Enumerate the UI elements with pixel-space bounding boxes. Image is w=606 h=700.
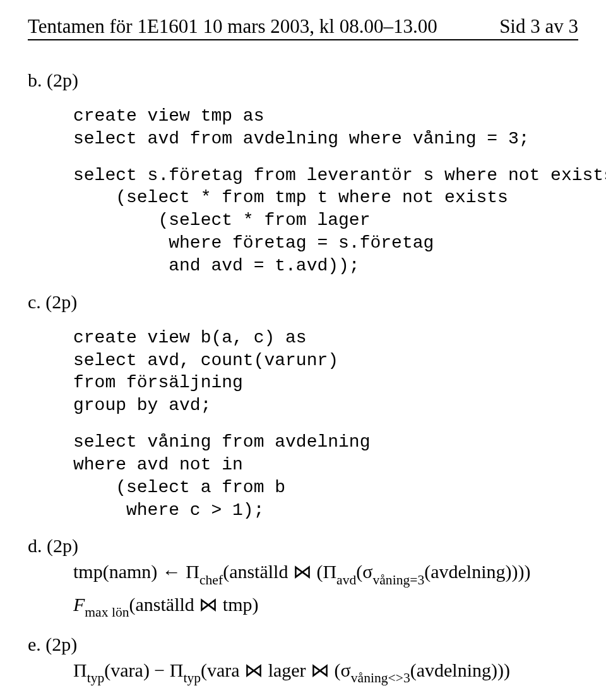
ra-d1-d: (avdelning)))) xyxy=(424,561,530,582)
ra-d1-sub1: chef xyxy=(199,572,223,588)
label-d: d. (2p) xyxy=(28,535,78,556)
ra-e-c: (vara ⋈ lager ⋈ (σ xyxy=(201,660,351,680)
ra-d1-c: (σ xyxy=(356,561,372,582)
section-d: d. (2p) tmp(namn) ← Πchef(anställd ⋈ (Πa… xyxy=(28,535,578,622)
label-b: b. (2p) xyxy=(28,69,78,90)
code-c-2: select våning from avdelning where avd n… xyxy=(73,431,578,521)
header-left: Tentamen för 1E1601 10 mars 2003, kl 08.… xyxy=(28,15,437,38)
code-b-2: select s.företag from leverantör s where… xyxy=(73,164,578,277)
ra-d1-a: tmp(namn) ← Π xyxy=(73,561,199,582)
ra-d1-sub3: våning=3 xyxy=(372,572,424,588)
ra-d-line1: tmp(namn) ← Πchef(anställd ⋈ (Πavd(σvåni… xyxy=(73,557,578,589)
ra-e-sub3: våning<>3 xyxy=(351,670,410,685)
ra-e-sub1: typ xyxy=(87,670,105,685)
ra-d-line2: Fmax lön(anställd ⋈ tmp) xyxy=(73,589,578,622)
ra-d2-b: (anställd ⋈ tmp) xyxy=(129,594,259,615)
code-b-1: create view tmp as select avd from avdel… xyxy=(73,105,578,150)
ra-e-b: (vara) − Π xyxy=(104,660,183,680)
ra-d: tmp(namn) ← Πchef(anställd ⋈ (Πavd(σvåni… xyxy=(73,557,578,622)
page: Tentamen för 1E1601 10 mars 2003, kl 08.… xyxy=(0,0,606,700)
page-header: Tentamen för 1E1601 10 mars 2003, kl 08.… xyxy=(28,15,578,40)
label-e: e. (2p) xyxy=(28,634,77,655)
ra-e-d: (avdelning))) xyxy=(410,660,510,680)
ra-d2-sub: max lön xyxy=(85,605,129,620)
ra-e-line1: Πtyp(vara) − Πtyp(vara ⋈ lager ⋈ (σvånin… xyxy=(73,655,578,688)
section-e: e. (2p) Πtyp(vara) − Πtyp(vara ⋈ lager ⋈… xyxy=(28,634,578,688)
label-c: c. (2p) xyxy=(28,291,77,312)
ra-d1-sub2: avd xyxy=(336,572,356,588)
ra-e-sub2: typ xyxy=(183,670,201,685)
ra-d2-a: F xyxy=(73,594,85,615)
ra-e-a: Π xyxy=(73,660,87,680)
ra-d1-b: (anställd ⋈ (Π xyxy=(223,561,336,582)
section-c: c. (2p) create view b(a, c) as select av… xyxy=(28,291,578,522)
header-right: Sid 3 av 3 xyxy=(499,15,578,38)
code-c-1: create view b(a, c) as select avd, count… xyxy=(73,327,578,417)
section-b: b. (2p) create view tmp as select avd fr… xyxy=(28,69,578,277)
ra-e: Πtyp(vara) − Πtyp(vara ⋈ lager ⋈ (σvånin… xyxy=(73,655,578,688)
